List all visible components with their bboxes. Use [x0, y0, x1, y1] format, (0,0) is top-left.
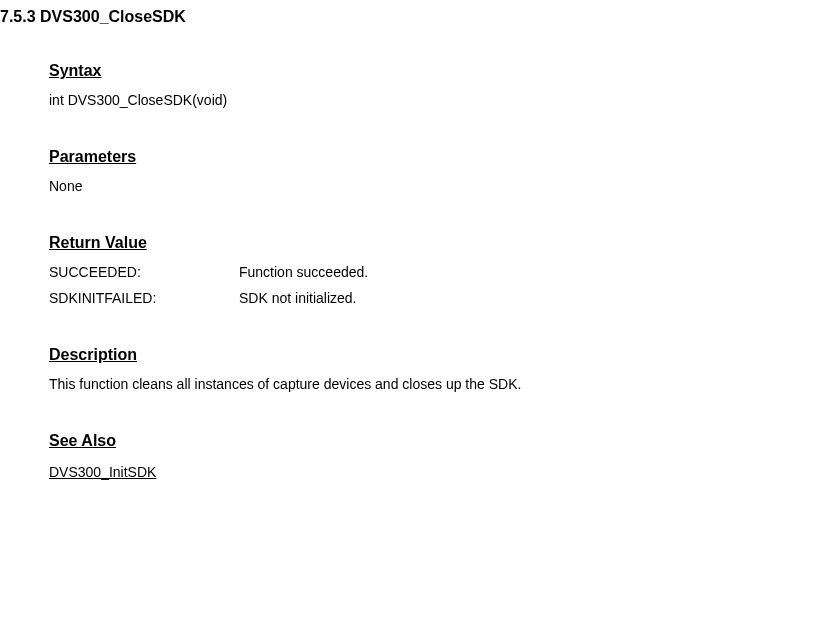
see-also-link[interactable]: DVS300_InitSDK: [49, 464, 839, 480]
parameters-heading: Parameters: [49, 148, 839, 166]
see-also-heading: See Also: [49, 432, 839, 450]
return-row: SUCCEEDED: Function succeeded.: [49, 264, 839, 280]
return-value-heading: Return Value: [49, 234, 839, 252]
syntax-heading: Syntax: [49, 62, 839, 80]
description-text: This function cleans all instances of ca…: [49, 376, 839, 392]
return-desc: Function succeeded.: [239, 264, 839, 280]
return-row: SDKINITFAILED: SDK not initialized.: [49, 290, 839, 306]
return-value-table: SUCCEEDED: Function succeeded. SDKINITFA…: [49, 264, 839, 306]
syntax-text: int DVS300_CloseSDK(void): [49, 92, 839, 108]
parameters-text: None: [49, 178, 839, 194]
description-heading: Description: [49, 346, 839, 364]
return-desc: SDK not initialized.: [239, 290, 839, 306]
return-label: SUCCEEDED:: [49, 264, 239, 280]
return-label: SDKINITFAILED:: [49, 290, 239, 306]
section-title: 7.5.3 DVS300_CloseSDK: [0, 8, 839, 26]
